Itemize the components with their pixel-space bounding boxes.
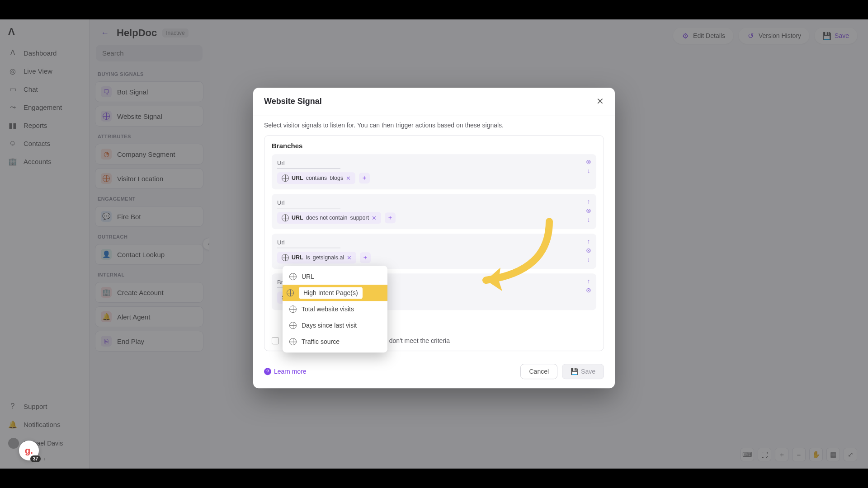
dropdown-item-url[interactable]: URL xyxy=(283,268,387,285)
remove-chip-button[interactable]: ✕ xyxy=(347,254,352,261)
branch-row: Url URL is getsignals.ai ✕ ＋ ↑ ⊗ ↓ xyxy=(272,234,596,269)
chip-val: getsignals.ai xyxy=(313,254,344,261)
filter-chip[interactable]: URL is getsignals.ai ✕ xyxy=(277,252,356,263)
remove-chip-button[interactable]: ✕ xyxy=(346,175,351,182)
chip-val: support xyxy=(350,215,369,221)
globe-icon xyxy=(289,305,297,313)
g-badge: 37 xyxy=(30,455,41,462)
branches-box: Branches Url URL contains blogs ✕ ＋ ⊗ xyxy=(264,135,604,351)
dropdown-item-days-since[interactable]: Days since last visit xyxy=(283,317,387,333)
help-icon: ? xyxy=(264,368,271,375)
globe-icon xyxy=(286,289,294,297)
move-up-button[interactable]: ↑ xyxy=(585,237,593,245)
remove-branch-button[interactable]: ⊗ xyxy=(585,246,593,254)
add-filter-button[interactable]: ＋ xyxy=(359,173,370,183)
app-frame: Λ Λ Dashboard ◎ Live View ▭ Chat ⤳ Engag… xyxy=(0,19,868,469)
remove-chip-button[interactable]: ✕ xyxy=(372,215,377,221)
globe-icon xyxy=(289,272,297,281)
website-signal-modal: Website Signal ✕ Select visitor signals … xyxy=(253,88,615,388)
chip-op: does not contain xyxy=(306,215,348,221)
modal-footer: ? Learn more Cancel 💾Save xyxy=(253,357,615,388)
fallback-checkbox[interactable] xyxy=(272,337,279,344)
filter-chip[interactable]: URL does not contain support ✕ xyxy=(277,212,381,224)
move-up-button[interactable]: ↑ xyxy=(585,197,593,206)
globe-icon xyxy=(282,174,289,182)
modal-title: Website Signal xyxy=(264,97,322,106)
chip-field: URL xyxy=(292,215,303,221)
filter-dropdown: URL High Intent Page(s) Total website vi… xyxy=(283,266,387,352)
branch-row: Url URL contains blogs ✕ ＋ ⊗ ↓ xyxy=(272,154,596,189)
branch-label-input[interactable]: Url xyxy=(277,238,340,248)
branch-label-input[interactable]: Url xyxy=(277,159,340,169)
remove-branch-button[interactable]: ⊗ xyxy=(585,286,593,294)
dropdown-label: Days since last visit xyxy=(302,322,357,329)
close-icon: ✕ xyxy=(596,96,604,106)
globe-icon xyxy=(289,338,297,346)
globe-icon xyxy=(282,214,289,221)
move-down-button[interactable]: ↓ xyxy=(585,255,593,263)
move-down-button[interactable]: ↓ xyxy=(585,167,593,175)
learn-more-link[interactable]: ? Learn more xyxy=(264,368,307,375)
learn-more-text: Learn more xyxy=(274,368,307,375)
branch-label-input[interactable]: Url xyxy=(277,198,340,208)
chip-op: is xyxy=(306,254,310,261)
remove-branch-button[interactable]: ⊗ xyxy=(585,206,593,215)
chip-field: URL xyxy=(292,254,303,261)
globe-icon xyxy=(289,321,297,329)
g-widget[interactable]: g. 37 xyxy=(19,441,39,460)
dropdown-label: Traffic source xyxy=(302,338,340,345)
save-icon: 💾 xyxy=(571,368,578,375)
filter-chip[interactable]: URL contains blogs ✕ xyxy=(277,172,355,184)
g-glyph: g. xyxy=(25,446,33,456)
branches-heading: Branches xyxy=(272,142,596,150)
modal-save-button[interactable]: 💾Save xyxy=(562,364,604,379)
chip-val: blogs xyxy=(330,175,343,181)
dropdown-label: High Intent Page(s) xyxy=(303,289,358,296)
branch-row: Url URL does not contain support ✕ ＋ ↑ ⊗… xyxy=(272,194,596,229)
dropdown-item-total-visits[interactable]: Total website visits xyxy=(283,301,387,317)
dropdown-item-high-intent[interactable]: High Intent Page(s) xyxy=(283,285,387,301)
add-filter-button[interactable]: ＋ xyxy=(360,252,371,263)
move-up-button[interactable]: ↑ xyxy=(585,277,593,285)
cancel-button[interactable]: Cancel xyxy=(520,364,557,379)
modal-subtitle: Select visitor signals to listen for. Yo… xyxy=(253,115,615,135)
close-button[interactable]: ✕ xyxy=(596,96,604,107)
save-label: Save xyxy=(581,368,595,375)
modal-header: Website Signal ✕ xyxy=(253,88,615,115)
dropdown-label: Total website visits xyxy=(302,305,354,313)
chip-op: contains xyxy=(306,175,327,181)
move-down-button[interactable]: ↓ xyxy=(585,216,593,224)
globe-icon xyxy=(282,254,289,261)
dropdown-item-traffic-source[interactable]: Traffic source xyxy=(283,333,387,350)
remove-branch-button[interactable]: ⊗ xyxy=(585,158,593,166)
add-filter-button[interactable]: ＋ xyxy=(385,212,396,223)
dropdown-label: URL xyxy=(302,273,314,280)
chip-field: URL xyxy=(292,175,303,181)
